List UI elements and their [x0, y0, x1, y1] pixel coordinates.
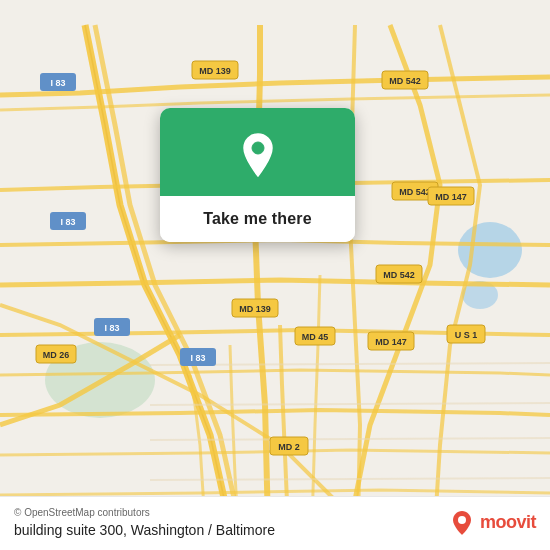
svg-text:I 83: I 83: [104, 323, 119, 333]
svg-text:I 83: I 83: [190, 353, 205, 363]
map-roads: I 83 I 83 I 83 I 83 MD 139 MD 139 MD 542…: [0, 0, 550, 550]
svg-text:MD 139: MD 139: [239, 304, 271, 314]
address-text: building suite 300, Washington / Baltimo…: [14, 522, 275, 538]
svg-text:MD 139: MD 139: [199, 66, 231, 76]
svg-text:I 83: I 83: [50, 78, 65, 88]
moovit-logo: moovit: [448, 509, 536, 537]
svg-text:MD 147: MD 147: [375, 337, 407, 347]
svg-text:MD 542: MD 542: [389, 76, 421, 86]
svg-text:MD 26: MD 26: [43, 350, 70, 360]
map-container: I 83 I 83 I 83 I 83 MD 139 MD 139 MD 542…: [0, 0, 550, 550]
attribution-text: © OpenStreetMap contributors: [14, 507, 275, 518]
svg-text:I 83: I 83: [60, 217, 75, 227]
svg-text:U S 1: U S 1: [455, 330, 478, 340]
svg-text:MD 45: MD 45: [302, 332, 329, 342]
svg-text:MD 147: MD 147: [435, 192, 467, 202]
take-me-there-button[interactable]: Take me there: [160, 196, 355, 242]
location-pin-icon: [234, 130, 282, 178]
moovit-pin-icon: [448, 509, 476, 537]
svg-point-33: [252, 142, 264, 154]
bottom-bar: © OpenStreetMap contributors building su…: [0, 496, 550, 550]
svg-text:MD 542: MD 542: [399, 187, 431, 197]
popup-header: [160, 108, 355, 196]
svg-text:MD 2: MD 2: [278, 442, 300, 452]
bottom-bar-left: © OpenStreetMap contributors building su…: [14, 507, 275, 538]
location-popup: Take me there: [160, 108, 355, 242]
moovit-label: moovit: [480, 512, 536, 533]
svg-text:MD 542: MD 542: [383, 270, 415, 280]
svg-point-34: [458, 516, 466, 524]
